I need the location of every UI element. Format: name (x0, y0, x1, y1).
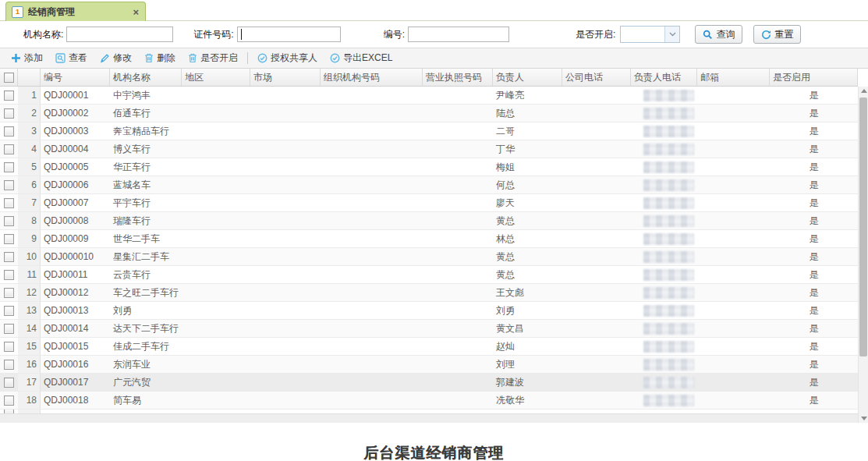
scroll-down-arrow-icon[interactable] (861, 417, 867, 420)
cell-manager: 梅姐 (493, 158, 562, 176)
row-checkbox[interactable] (4, 126, 14, 137)
scroll-up-arrow-icon[interactable] (861, 89, 867, 93)
row-checkbox-cell[interactable] (0, 302, 18, 319)
row-checkbox[interactable] (4, 234, 14, 244)
delete-button[interactable]: 删除 (138, 51, 182, 65)
header-org-name[interactable]: 机构名称 (110, 69, 182, 86)
table-row[interactable]: 17QDJ00017广元汽贸郭建波是 (0, 374, 858, 392)
toggle-enabled-button[interactable]: 是否开启 (182, 51, 244, 65)
row-checkbox-cell[interactable] (0, 176, 18, 193)
cell-license (423, 194, 493, 211)
row-checkbox[interactable] (4, 378, 14, 388)
tab-dealer-management[interactable]: 1 经销商管理 × (5, 2, 146, 21)
header-code[interactable]: 编号 (41, 69, 110, 86)
table-row[interactable]: 13QDJ00013刘勇刘勇是 (0, 302, 858, 320)
close-icon[interactable]: × (133, 6, 139, 18)
row-checkbox[interactable] (4, 252, 14, 262)
header-org-code[interactable]: 组织机构号码 (321, 69, 423, 86)
header-email[interactable]: 邮箱 (697, 69, 770, 86)
row-checkbox[interactable] (4, 270, 14, 280)
header-enabled[interactable]: 是否启用 (770, 69, 858, 86)
authorize-sharer-button[interactable]: 授权共享人 (251, 51, 324, 65)
row-checkbox-cell[interactable] (0, 105, 18, 122)
reset-button[interactable]: 重置 (753, 25, 801, 44)
row-checkbox-cell[interactable] (0, 284, 18, 301)
row-checkbox[interactable] (4, 342, 14, 352)
table-row[interactable]: 8QDJ00008瑞隆车行黄总是 (0, 212, 858, 230)
row-checkbox[interactable] (4, 198, 14, 208)
cell-company_phone (562, 302, 631, 319)
row-checkbox-cell[interactable] (0, 374, 18, 391)
header-market[interactable]: 市场 (250, 69, 321, 86)
row-checkbox-cell[interactable] (0, 158, 18, 176)
chevron-down-icon[interactable] (664, 27, 679, 42)
row-checkbox[interactable] (4, 306, 14, 316)
header-company-phone[interactable]: 公司电话 (562, 69, 631, 86)
table-row[interactable]: 1QDJ00001中宇鸿丰尹峰亮是 (0, 87, 858, 105)
row-checkbox-cell[interactable] (0, 356, 18, 373)
enabled-filter-field: 是否开启: (576, 26, 680, 43)
table-row[interactable]: 7QDJ00007平宇车行廖天是 (0, 194, 858, 212)
org-name-input[interactable] (66, 27, 173, 42)
row-checkbox-cell[interactable] (0, 122, 18, 140)
row-checkbox-cell[interactable] (0, 266, 18, 283)
table-row[interactable]: 11QDJ00011云贵车行黄总是 (0, 266, 858, 284)
cell-name: 平宇车行 (110, 194, 182, 211)
row-checkbox[interactable] (4, 162, 14, 172)
cell-company_phone (562, 230, 631, 247)
cell-license (423, 356, 493, 373)
row-checkbox[interactable] (4, 395, 14, 406)
table-row[interactable]: 16QDJ00016东润车业刘理是 (0, 356, 858, 374)
table-row[interactable]: 4QDJ00004博义车行丁华是 (0, 140, 858, 158)
row-checkbox-cell[interactable] (0, 140, 18, 158)
view-button[interactable]: 查看 (49, 51, 94, 65)
select-all-checkbox-cell[interactable] (0, 69, 18, 86)
scrollbar-thumb[interactable] (859, 98, 867, 356)
select-all-checkbox[interactable] (4, 73, 14, 83)
row-checkbox[interactable] (4, 108, 14, 119)
add-button[interactable]: 添加 (5, 51, 49, 65)
code-input[interactable] (408, 27, 509, 42)
table-row[interactable]: 3QDJ00003奔宝精品车行二哥是 (0, 122, 858, 140)
table-row[interactable]: 5QDJ00005华正车行梅姐是 (0, 158, 858, 176)
table-row[interactable]: 18QDJ00018简车易冼敬华是 (0, 392, 858, 410)
row-checkbox-cell[interactable] (0, 87, 18, 104)
header-manager[interactable]: 负责人 (493, 69, 562, 86)
cell-market (250, 158, 321, 176)
header-manager-phone[interactable]: 负责人电话 (631, 69, 697, 86)
row-checkbox[interactable] (4, 144, 14, 154)
table-row[interactable]: 14QDJ00014达天下二手车行黄文昌是 (0, 320, 858, 338)
enabled-filter-select[interactable] (620, 26, 680, 43)
row-checkbox[interactable] (4, 360, 14, 370)
row-checkbox[interactable] (4, 216, 14, 226)
row-checkbox[interactable] (4, 288, 14, 298)
query-button[interactable]: 查询 (695, 25, 742, 44)
vertical-scrollbar[interactable] (858, 87, 868, 423)
row-checkbox-cell[interactable] (0, 248, 18, 265)
cell-market (250, 122, 321, 140)
header-license[interactable]: 营业执照号码 (423, 69, 493, 86)
row-checkbox-cell[interactable] (0, 212, 18, 229)
table-row[interactable]: 2QDJ00002佰通车行陆总是 (0, 105, 858, 122)
horizontal-scrollbar[interactable] (0, 413, 858, 423)
cert-number-input[interactable] (237, 27, 341, 42)
table-row[interactable]: 15QDJ00015佳成二手车行赵灿是 (0, 338, 858, 356)
table-row[interactable]: 6QDJ00006蓝城名车何总是 (0, 176, 858, 194)
table-row[interactable]: 10QDJ000010星集汇二手车黄总是 (0, 248, 858, 266)
table-row[interactable]: 12QDJ00012车之旺二手车行王文彪是 (0, 284, 858, 302)
row-checkbox-cell[interactable] (0, 320, 18, 337)
row-checkbox-cell[interactable] (0, 338, 18, 355)
row-checkbox[interactable] (4, 324, 14, 334)
export-excel-button[interactable]: 导出EXCEL (324, 51, 399, 65)
edit-button[interactable]: 修改 (94, 51, 138, 65)
row-checkbox-cell[interactable] (0, 230, 18, 247)
row-checkbox-cell[interactable] (0, 392, 18, 409)
row-checkbox[interactable] (4, 90, 14, 101)
cell-license (423, 302, 493, 319)
header-region[interactable]: 地区 (182, 69, 250, 86)
row-checkbox[interactable] (4, 180, 14, 190)
table-row[interactable]: 9QDJ00009世华二手车林总是 (0, 230, 858, 248)
cell-code: QDJ00004 (41, 140, 110, 158)
row-checkbox-cell[interactable] (0, 194, 18, 211)
text-caret (241, 29, 242, 40)
